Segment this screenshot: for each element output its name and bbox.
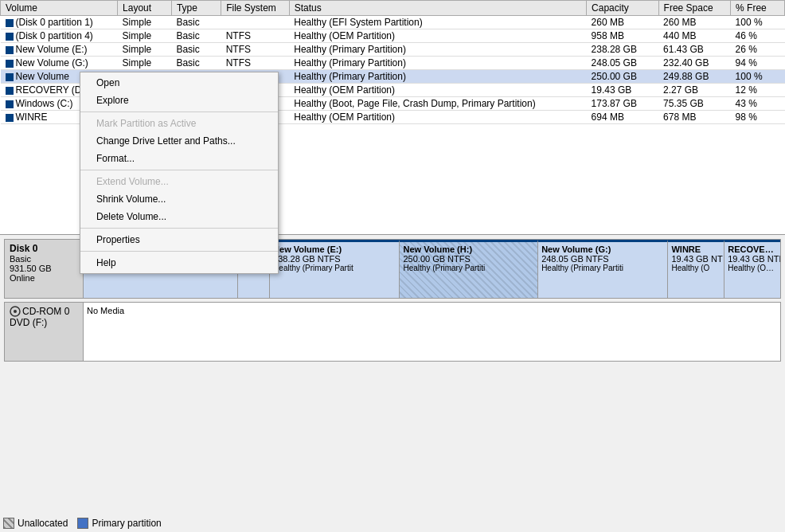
cell-free: 440 MB bbox=[658, 29, 731, 43]
partition-size: 19.43 GB NT bbox=[671, 254, 721, 264]
cell-volume: New Volume (E:) bbox=[1, 43, 118, 57]
cell-layout: Simple bbox=[118, 57, 172, 70]
partition-status: Healthy (Primary Partit bbox=[273, 264, 396, 272]
menu-item-format[interactable]: Format... bbox=[80, 150, 278, 167]
disk-icon bbox=[6, 100, 14, 108]
cell-status: Healthy (Primary Partition) bbox=[289, 70, 586, 84]
partition-size: 248.05 GB NTFS bbox=[541, 254, 664, 264]
cell-capacity: 250.00 GB bbox=[587, 70, 659, 84]
cell-capacity: 958 MB bbox=[587, 29, 659, 43]
partition-size: 250.00 GB NTFS bbox=[403, 254, 534, 264]
menu-item-explore[interactable]: Explore bbox=[80, 92, 278, 109]
cell-fs: NTFS bbox=[221, 29, 290, 43]
legend-unallocated-box bbox=[3, 518, 14, 529]
cdrom0-label: CD-ROM 0 DVD (F:) bbox=[4, 302, 84, 362]
disk0-label: Disk 0 Basic 931.50 GB Online bbox=[4, 239, 84, 299]
partition-name: RECOVERY (D:) bbox=[728, 244, 777, 254]
menu-item-delete-volume[interactable]: Delete Volume... bbox=[80, 208, 278, 225]
menu-divider bbox=[80, 111, 278, 112]
partition-name: New Volume (G:) bbox=[541, 244, 664, 254]
menu-item-help[interactable]: Help bbox=[80, 254, 278, 272]
legend-primary-box bbox=[77, 518, 88, 529]
disk-icon bbox=[6, 87, 14, 95]
partition-block[interactable]: RECOVERY (D:) 19.43 GB NTFS Healthy (OEM… bbox=[724, 240, 780, 298]
cell-pct: 98 % bbox=[731, 111, 785, 124]
col-header-volume: Volume bbox=[1, 1, 118, 16]
cell-type: Basic bbox=[171, 29, 221, 43]
col-header-pct: % Free bbox=[731, 1, 785, 16]
cell-layout: Simple bbox=[118, 29, 172, 43]
table-row[interactable]: (Disk 0 partition 1)SimpleBasicHealthy (… bbox=[1, 16, 785, 29]
cell-status: Healthy (EFI System Partition) bbox=[289, 16, 586, 29]
cdrom0-name: CD-ROM 0 bbox=[22, 306, 69, 317]
table-row[interactable]: New Volume (E:)SimpleBasicNTFSHealthy (P… bbox=[1, 43, 785, 57]
menu-item-mark-active: Mark Partition as Active bbox=[80, 115, 278, 132]
legend-primary: Primary partition bbox=[77, 518, 161, 529]
legend: Unallocated Primary partition bbox=[3, 518, 162, 529]
cell-fs bbox=[221, 16, 290, 29]
disk-icon bbox=[6, 73, 14, 81]
cell-layout: Simple bbox=[118, 43, 172, 57]
menu-divider bbox=[80, 251, 278, 252]
cdrom0-type: DVD (F:) bbox=[10, 317, 78, 328]
cell-pct: 46 % bbox=[731, 29, 785, 43]
col-header-status: Status bbox=[289, 1, 586, 16]
cell-free: 260 MB bbox=[658, 16, 731, 29]
cell-capacity: 238.28 GB bbox=[587, 43, 659, 57]
cell-capacity: 173.87 GB bbox=[587, 97, 659, 111]
col-header-free: Free Space bbox=[658, 1, 731, 16]
menu-item-shrink-volume[interactable]: Shrink Volume... bbox=[80, 190, 278, 208]
cell-status: Healthy (Boot, Page File, Crash Dump, Pr… bbox=[289, 97, 586, 111]
cell-type: Basic bbox=[171, 43, 221, 57]
table-row[interactable]: New Volume (G:)SimpleBasicNTFSHealthy (P… bbox=[1, 57, 785, 70]
partition-status: Healthy (Primary Partiti bbox=[541, 264, 664, 272]
cell-free: 2.27 GB bbox=[658, 84, 731, 97]
cell-volume: (Disk 0 partition 4) bbox=[1, 29, 118, 43]
legend-primary-label: Primary partition bbox=[92, 518, 161, 529]
partition-name: New Volume (E:) bbox=[273, 244, 396, 254]
partition-status: Healthy (Primary Partiti bbox=[403, 264, 534, 272]
cell-status: Healthy (OEM Partition) bbox=[289, 29, 586, 43]
cell-pct: 100 % bbox=[731, 16, 785, 29]
partition-block[interactable]: WINRE 19.43 GB NT Healthy (O bbox=[668, 240, 724, 298]
cell-capacity: 248.05 GB bbox=[587, 57, 659, 70]
cell-pct: 26 % bbox=[731, 43, 785, 57]
partition-block[interactable]: New Volume (E:) 238.28 GB NTFS Healthy (… bbox=[270, 240, 400, 298]
cell-volume: (Disk 0 partition 1) bbox=[1, 16, 118, 29]
table-row[interactable]: (Disk 0 partition 4)SimpleBasicNTFSHealt… bbox=[1, 29, 785, 43]
cell-free: 249.88 GB bbox=[658, 70, 731, 84]
cell-status: Healthy (OEM Partition) bbox=[289, 111, 586, 124]
cell-capacity: 19.43 GB bbox=[587, 84, 659, 97]
cell-fs: NTFS bbox=[221, 43, 290, 57]
menu-item-open[interactable]: Open bbox=[80, 74, 278, 92]
cdrom0-status: No Media bbox=[87, 306, 124, 315]
cdrom-icon bbox=[10, 306, 21, 317]
col-header-fs: File System bbox=[221, 1, 290, 16]
cell-free: 678 MB bbox=[658, 111, 731, 124]
cell-layout: Simple bbox=[118, 16, 172, 29]
disk-icon bbox=[6, 114, 14, 122]
cell-pct: 12 % bbox=[731, 84, 785, 97]
disk-icon bbox=[6, 60, 14, 68]
col-header-type: Type bbox=[171, 1, 221, 16]
cdrom0-content: No Media bbox=[84, 302, 781, 362]
partition-block[interactable]: New Volume (G:) 248.05 GB NTFS Healthy (… bbox=[538, 240, 668, 298]
partition-status: Healthy (OEM Part bbox=[728, 264, 777, 272]
partition-status: Healthy (O bbox=[671, 264, 721, 272]
menu-item-extend-volume: Extend Volume... bbox=[80, 173, 278, 190]
cell-free: 232.40 GB bbox=[658, 57, 731, 70]
menu-divider bbox=[80, 170, 278, 170]
disk0-status: Online bbox=[10, 273, 78, 283]
col-header-capacity: Capacity bbox=[587, 1, 659, 16]
menu-item-properties[interactable]: Properties bbox=[80, 231, 278, 248]
legend-unallocated: Unallocated bbox=[3, 518, 68, 529]
partition-name: New Volume (H:) bbox=[403, 244, 534, 254]
cell-status: Healthy (Primary Partition) bbox=[289, 43, 586, 57]
cell-fs: NTFS bbox=[221, 57, 290, 70]
partition-block[interactable]: New Volume (H:) 250.00 GB NTFS Healthy (… bbox=[400, 240, 538, 298]
cell-pct: 43 % bbox=[731, 97, 785, 111]
disk-icon bbox=[6, 33, 14, 41]
context-menu: OpenExploreMark Partition as ActiveChang… bbox=[80, 72, 279, 274]
menu-item-change-drive-letter[interactable]: Change Drive Letter and Paths... bbox=[80, 132, 278, 150]
menu-divider bbox=[80, 228, 278, 229]
